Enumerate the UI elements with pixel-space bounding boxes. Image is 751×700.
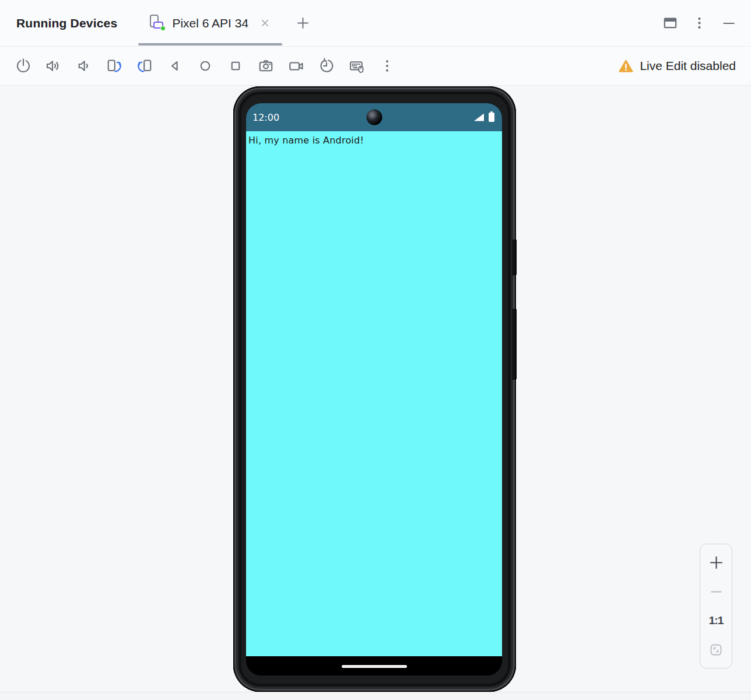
more-actions-button[interactable] [377,56,397,76]
live-edit-status[interactable]: Live Edit disabled [618,58,736,74]
plus-icon [295,15,311,31]
fit-to-window-icon [709,643,723,657]
camera-icon [257,57,275,75]
zoom-actual-size-button[interactable]: 1:1 [704,611,728,630]
panel-title: Running Devices [16,16,117,30]
hide-panel-button[interactable] [721,15,737,32]
gesture-navigation-bar [246,656,502,676]
home-icon [196,57,214,75]
keyboard-mouse-icon [348,57,366,75]
battery-icon [489,113,494,122]
status-bar-clock: 12:00 [252,112,279,123]
hardware-input-button[interactable] [347,56,367,76]
overview-button[interactable] [226,56,245,76]
volume-up-icon [45,57,62,75]
volume-up-button[interactable] [44,56,64,76]
close-tab-icon[interactable] [259,18,271,29]
pixel-6-device-frame: 12:00 Hi, my name is Android! [233,86,516,692]
window-mode-icon [662,15,678,31]
device-display-area: 12:00 Hi, my name is Android! [0,86,751,692]
zoom-in-button[interactable] [704,553,728,572]
greeting-text: Hi, my name is Android! [248,135,364,146]
gesture-handle[interactable] [342,665,407,668]
bottom-strip [0,692,751,700]
overview-icon [227,57,244,75]
home-button[interactable] [195,56,215,76]
tab-pixel-6-api-34[interactable]: Pixel 6 API 34 [137,0,283,46]
front-camera [366,110,382,125]
warning-icon [618,58,634,74]
back-button[interactable] [165,56,185,76]
power-icon [15,57,32,75]
zoom-out-button[interactable] [704,582,728,601]
more-options-button[interactable] [692,15,707,31]
signal-icon [474,114,484,121]
rotate-left-button[interactable] [104,56,124,76]
device-screen[interactable]: 12:00 Hi, my name is Android! [246,103,502,676]
active-tab-indicator [138,43,282,46]
minus-icon [710,585,723,598]
zoom-controls: 1:1 [700,544,732,668]
minimize-icon [721,15,737,32]
record-screen-button[interactable] [286,56,306,76]
power-button[interactable] [13,56,33,76]
kebab-menu-icon [378,57,396,75]
tab-label: Pixel 6 API 34 [172,16,248,30]
app-content: Hi, my name is Android! [246,131,502,656]
android-status-bar: 12:00 [246,103,502,131]
header-window-controls [662,15,751,32]
window-mode-button[interactable] [662,15,678,31]
take-screenshot-button[interactable] [256,56,276,76]
status-bar-icons [474,113,494,122]
video-camera-icon [287,57,305,75]
plus-icon [708,555,724,570]
panel-header: Running Devices Pixel 6 API 34 [0,0,751,47]
hardware-power-key [512,239,517,275]
add-device-tab-button[interactable] [295,15,311,31]
kebab-menu-icon [692,15,707,31]
reset-button[interactable] [317,56,336,76]
volume-down-icon [75,57,93,75]
device-toolbar: Live Edit disabled [0,47,751,86]
reset-icon [318,57,335,75]
volume-down-button[interactable] [74,56,94,76]
hardware-volume-rocker [512,309,517,380]
back-icon [166,57,184,75]
live-edit-label: Live Edit disabled [640,59,736,73]
rotate-right-icon [136,57,153,75]
actual-size-label: 1:1 [709,614,723,627]
running-devices-panel: Running Devices Pixel 6 API 34 [0,0,751,700]
rotate-right-button[interactable] [135,56,155,76]
rotate-left-icon [106,57,123,75]
zoom-to-fit-button[interactable] [704,640,728,659]
running-device-icon [150,15,166,32]
